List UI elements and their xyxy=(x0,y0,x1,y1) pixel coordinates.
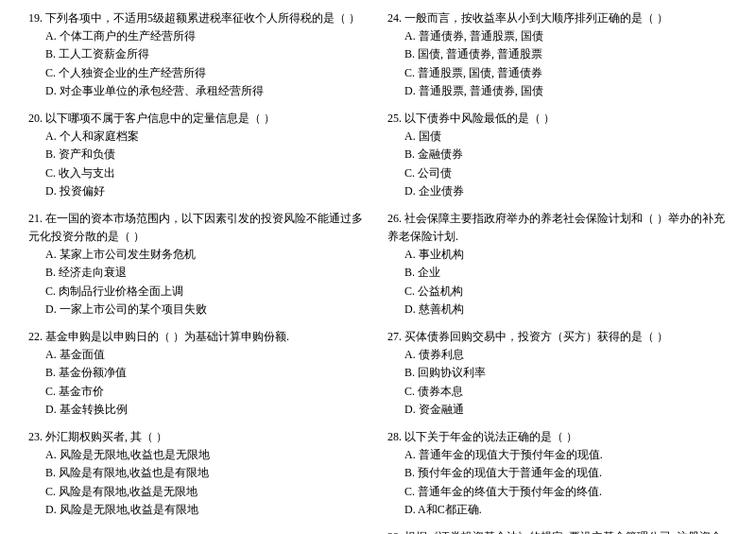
page-content: 19. 下列各项中，不适用5级超额累进税率征收个人所得税的是（ ） A. 个体工… xyxy=(28,9,728,534)
q23-option-a: A. 风险是无限地,收益也是无限地 xyxy=(28,446,369,464)
q23-title: 23. 外汇期权购买者, 其（ ） xyxy=(28,428,369,446)
q19-title: 19. 下列各项中，不适用5级超额累进税率征收个人所得税的是（ ） xyxy=(28,9,369,27)
question-19: 19. 下列各项中，不适用5级超额累进税率征收个人所得税的是（ ） A. 个体工… xyxy=(28,9,369,100)
q19-option-c: C. 个人独资企业的生产经营所得 xyxy=(28,64,369,82)
q20-option-b: B. 资产和负债 xyxy=(28,146,369,164)
q24-title: 24. 一般而言，按收益率从小到大顺序排列正确的是（ ） xyxy=(387,9,728,27)
question-21: 21. 在一国的资本市场范围内，以下因素引发的投资风险不能通过多元化投资分散的是… xyxy=(28,210,369,319)
right-column: 24. 一般而言，按收益率从小到大顺序排列正确的是（ ） A. 普通债券, 普通… xyxy=(387,9,728,534)
q20-option-d: D. 投资偏好 xyxy=(28,182,369,200)
q22-option-d: D. 基金转换比例 xyxy=(28,401,369,419)
q21-option-d: D. 一家上市公司的某个项目失败 xyxy=(28,301,369,319)
q28-option-a: A. 普通年金的现值大于预付年金的现值. xyxy=(387,446,728,464)
q22-title: 22. 基金申购是以申购日的（ ）为基础计算申购份额. xyxy=(28,328,369,346)
q22-option-c: C. 基金市价 xyxy=(28,383,369,401)
question-24: 24. 一般而言，按收益率从小到大顺序排列正确的是（ ） A. 普通债券, 普通… xyxy=(387,9,728,100)
q26-option-b: B. 企业 xyxy=(387,264,728,282)
q24-option-c: C. 普通股票, 国债, 普通债券 xyxy=(387,64,728,82)
q25-option-a: A. 国债 xyxy=(387,128,728,146)
q27-option-b: B. 回购协议利率 xyxy=(387,364,728,382)
q27-option-a: A. 债券利息 xyxy=(387,346,728,364)
question-27: 27. 买体债券回购交易中，投资方（买方）获得的是（ ） A. 债券利息 B. … xyxy=(387,328,728,419)
q24-option-d: D. 普通股票, 普通债券, 国债 xyxy=(387,82,728,100)
q21-title: 21. 在一国的资本市场范围内，以下因素引发的投资风险不能通过多元化投资分散的是… xyxy=(28,210,369,246)
q20-option-a: A. 个人和家庭档案 xyxy=(28,128,369,146)
q24-option-b: B. 国债, 普通债券, 普通股票 xyxy=(387,45,728,63)
q26-option-c: C. 公益机构 xyxy=(387,283,728,301)
q28-title: 28. 以下关于年金的说法正确的是（ ） xyxy=(387,428,728,446)
left-column: 19. 下列各项中，不适用5级超额累进税率征收个人所得税的是（ ） A. 个体工… xyxy=(28,9,369,534)
q20-option-c: C. 收入与支出 xyxy=(28,164,369,182)
q26-option-a: A. 事业机构 xyxy=(387,246,728,264)
q25-title: 25. 以下债券中风险最低的是（ ） xyxy=(387,110,728,128)
q25-option-d: D. 企业债券 xyxy=(387,182,728,200)
q27-title: 27. 买体债券回购交易中，投资方（买方）获得的是（ ） xyxy=(387,328,728,346)
q26-title: 26. 社会保障主要指政府举办的养老社会保险计划和（ ）举办的补充养老保险计划. xyxy=(387,210,728,246)
question-26: 26. 社会保障主要指政府举办的养老社会保险计划和（ ）举办的补充养老保险计划.… xyxy=(387,210,728,319)
q21-option-c: C. 肉制品行业价格全面上调 xyxy=(28,283,369,301)
q20-title: 20. 以下哪项不属于客户信息中的定量信息是（ ） xyxy=(28,110,369,128)
question-20: 20. 以下哪项不属于客户信息中的定量信息是（ ） A. 个人和家庭档案 B. … xyxy=(28,110,369,200)
question-28: 28. 以下关于年金的说法正确的是（ ） A. 普通年金的现值大于预付年金的现值… xyxy=(387,428,728,519)
question-23: 23. 外汇期权购买者, 其（ ） A. 风险是无限地,收益也是无限地 B. 风… xyxy=(28,428,369,519)
q28-option-d: D. A和C都正确. xyxy=(387,501,728,519)
question-22: 22. 基金申购是以申购日的（ ）为基础计算申购份额. A. 基金面值 B. 基… xyxy=(28,328,369,419)
q28-option-c: C. 普通年金的终值大于预付年金的终值. xyxy=(387,483,728,501)
q19-option-a: A. 个体工商户的生产经营所得 xyxy=(28,27,369,45)
q23-option-c: C. 风险是有限地,收益是无限地 xyxy=(28,483,369,501)
q28-option-b: B. 预付年金的现值大于普通年金的现值. xyxy=(387,464,728,482)
question-29: 29. 根据《证券投资基金法》的规定, 要设立基金管理公司, 注册资金不低于（ … xyxy=(387,528,728,534)
q22-option-b: B. 基金份额净值 xyxy=(28,364,369,382)
q23-option-d: D. 风险是无限地,收益是有限地 xyxy=(28,501,369,519)
q25-option-c: C. 公司债 xyxy=(387,164,728,182)
q26-option-d: D. 慈善机构 xyxy=(387,301,728,319)
q27-option-d: D. 资金融通 xyxy=(387,401,728,419)
q21-option-b: B. 经济走向衰退 xyxy=(28,264,369,282)
q27-option-c: C. 债券本息 xyxy=(387,383,728,401)
q19-option-b: B. 工人工资薪金所得 xyxy=(28,45,369,63)
q23-option-b: B. 风险是有限地,收益也是有限地 xyxy=(28,464,369,482)
q22-option-a: A. 基金面值 xyxy=(28,346,369,364)
q29-title: 29. 根据《证券投资基金法》的规定, 要设立基金管理公司, 注册资金不低于（ … xyxy=(387,528,728,534)
q24-option-a: A. 普通债券, 普通股票, 国债 xyxy=(387,27,728,45)
q25-option-b: B. 金融债券 xyxy=(387,146,728,164)
question-25: 25. 以下债券中风险最低的是（ ） A. 国债 B. 金融债券 C. 公司债 … xyxy=(387,110,728,200)
q19-option-d: D. 对企事业单位的承包经营、承租经营所得 xyxy=(28,82,369,100)
q21-option-a: A. 某家上市公司发生财务危机 xyxy=(28,246,369,264)
